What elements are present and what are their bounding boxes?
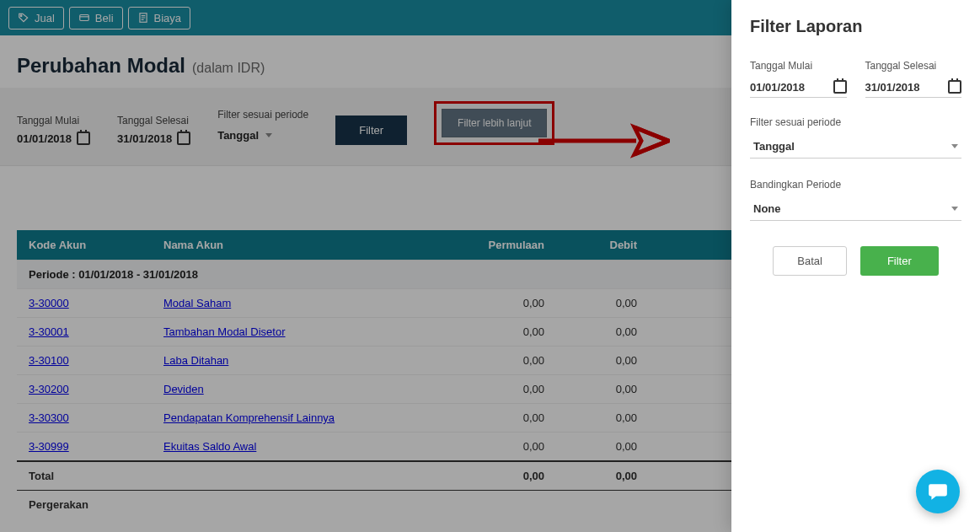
periode-label: Filter sesuai periode xyxy=(217,109,308,121)
cell-debit: 0,00 xyxy=(556,433,649,462)
apply-filter-button[interactable]: Filter xyxy=(860,246,939,276)
chat-button[interactable] xyxy=(916,470,960,513)
cell-debit: 0,00 xyxy=(556,375,649,404)
chevron-down-icon xyxy=(951,144,958,148)
filter-button[interactable]: Filter xyxy=(335,116,407,145)
periode-select[interactable]: Tanggal xyxy=(217,126,308,145)
card-icon xyxy=(78,12,90,24)
sp-tgl-mulai-value: 01/01/2018 xyxy=(750,81,805,94)
batal-button[interactable]: Batal xyxy=(773,246,847,276)
cell-debit: 0,00 xyxy=(556,289,649,318)
tgl-mulai-field[interactable]: 01/01/2018 xyxy=(17,132,90,145)
th-kode: Kode Akun xyxy=(17,230,152,261)
tgl-selesai-field[interactable]: 31/01/2018 xyxy=(117,132,190,145)
filter-side-panel: Filter Laporan Tanggal Mulai 01/01/2018 … xyxy=(731,0,980,532)
sp-periode-label: Filter sesuai periode xyxy=(750,116,961,128)
sp-bandingkan-value: None xyxy=(753,202,781,215)
biaya-label: Biaya xyxy=(154,12,182,24)
th-permulaan: Permulaan xyxy=(447,230,556,261)
th-debit: Debit xyxy=(556,230,649,261)
cell-debit: 0,00 xyxy=(556,318,649,347)
sp-tgl-mulai-field[interactable]: 01/01/2018 xyxy=(750,77,847,98)
akun-name-link[interactable]: Modal Saham xyxy=(163,297,231,309)
chat-icon xyxy=(927,481,949,502)
cell-perm: 0,00 xyxy=(447,375,556,404)
pergerakan-label: Pergerakan xyxy=(17,491,649,519)
tgl-selesai-label: Tanggal Selesai xyxy=(117,115,190,126)
akun-name-link[interactable]: Tambahan Modal Disetor xyxy=(163,325,286,338)
tgl-mulai-label: Tanggal Mulai xyxy=(17,115,90,126)
sp-bandingkan-select[interactable]: None xyxy=(750,197,961,221)
chevron-down-icon xyxy=(951,207,958,211)
svg-rect-1 xyxy=(80,15,89,21)
cell-perm: 0,00 xyxy=(447,318,556,347)
periode-value: Tanggal xyxy=(217,129,259,142)
page-currency: (dalam IDR) xyxy=(192,61,265,76)
total-debit: 0,00 xyxy=(556,461,649,491)
total-perm: 0,00 xyxy=(447,461,556,491)
cell-perm: 0,00 xyxy=(447,404,556,433)
akun-code-link[interactable]: 3-30999 xyxy=(29,440,69,453)
sp-tgl-selesai-value: 31/01/2018 xyxy=(865,81,920,94)
calendar-icon xyxy=(177,132,190,145)
sp-tgl-mulai-label: Tanggal Mulai xyxy=(750,60,847,72)
biaya-button[interactable]: Biaya xyxy=(128,7,191,30)
tag-icon xyxy=(18,12,29,24)
svg-point-0 xyxy=(20,15,22,17)
cell-perm: 0,00 xyxy=(447,433,556,462)
akun-name-link[interactable]: Laba Ditahan xyxy=(163,354,228,367)
calendar-icon xyxy=(77,132,90,145)
tgl-selesai-value: 31/01/2018 xyxy=(117,132,172,145)
akun-code-link[interactable]: 3-30200 xyxy=(29,383,69,395)
akun-name-link[interactable]: Deviden xyxy=(163,383,204,395)
tgl-mulai-value: 01/01/2018 xyxy=(17,132,72,145)
sp-tgl-selesai-field[interactable]: 31/01/2018 xyxy=(865,77,962,98)
receipt-icon xyxy=(137,12,149,24)
beli-button[interactable]: Beli xyxy=(69,7,123,30)
akun-code-link[interactable]: 3-30001 xyxy=(29,325,69,338)
cell-debit: 0,00 xyxy=(556,347,649,375)
jual-label: Jual xyxy=(35,12,55,24)
page-title: Perubahan Modal xyxy=(17,54,185,78)
calendar-icon xyxy=(948,80,961,94)
th-nama: Nama Akun xyxy=(152,230,447,261)
chevron-down-icon xyxy=(265,133,272,137)
akun-name-link[interactable]: Ekuitas Saldo Awal xyxy=(163,440,256,453)
sp-tgl-selesai-label: Tanggal Selesai xyxy=(865,60,962,72)
sp-periode-select[interactable]: Tanggal xyxy=(750,135,961,159)
sp-periode-value: Tanggal xyxy=(753,140,795,153)
calendar-icon xyxy=(833,80,847,94)
akun-name-link[interactable]: Pendapatan Komprehensif Lainnya xyxy=(163,411,335,424)
panel-title: Filter Laporan xyxy=(750,17,961,36)
jual-button[interactable]: Jual xyxy=(8,7,64,30)
beli-label: Beli xyxy=(95,12,114,24)
total-label: Total xyxy=(17,461,447,491)
akun-code-link[interactable]: 3-30000 xyxy=(29,297,69,309)
cell-perm: 0,00 xyxy=(447,289,556,318)
filter-lanjut-button[interactable]: Filter lebih lanjut xyxy=(442,109,547,137)
cell-perm: 0,00 xyxy=(447,347,556,375)
sp-bandingkan-label: Bandingkan Periode xyxy=(750,179,961,191)
cell-debit: 0,00 xyxy=(556,404,649,433)
akun-code-link[interactable]: 3-30100 xyxy=(29,354,69,367)
arrow-annotation-icon xyxy=(535,122,670,159)
akun-code-link[interactable]: 3-30300 xyxy=(29,411,69,424)
